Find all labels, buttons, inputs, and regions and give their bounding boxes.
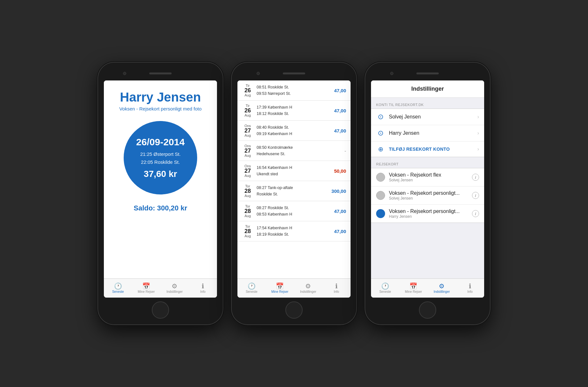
trip-amount-5: 300,00 xyxy=(330,188,346,194)
card-row-0[interactable]: Voksen - Rejsekort flex Solvej Jensen i xyxy=(371,168,484,186)
trip-amount-2: 47,00 xyxy=(330,128,346,133)
phone-3-home[interactable] xyxy=(419,301,436,319)
phone-1-content: Harry Jensen Voksen - Rejsekort personli… xyxy=(104,80,217,278)
card-info-btn-1[interactable]: i xyxy=(472,192,479,199)
trip-amount-6: 47,00 xyxy=(330,209,346,214)
phone-2-camera xyxy=(257,72,260,75)
trip-info-3: 08:50 Kontrolmærke Hedehusene St. xyxy=(257,144,327,157)
tab-label-info-3: Info xyxy=(467,290,473,293)
trip-date-4: Ons 27 Aug xyxy=(242,164,253,178)
card-row-2[interactable]: Voksen - Rejsekort personligt... Harry J… xyxy=(371,205,484,223)
trip-row-7[interactable]: Tor 28 Aug 17:54 København H18:19 Roskil… xyxy=(237,221,351,241)
trip-amount-0: 47,00 xyxy=(330,88,346,93)
phone-3-screen: Indstillinger KONTI TIL REJSEKORT.DK ⊙ S… xyxy=(371,80,484,298)
trip-info-2: 08:40 Roskilde St.09:19 København H xyxy=(257,124,327,137)
calendar-icon-3: 📅 xyxy=(409,283,417,289)
tab-label-seneste-3: Seneste xyxy=(379,290,391,293)
trip-row-0[interactable]: Tir 26 Aug 08:51 Roskilde St.09:53 Nørre… xyxy=(237,80,351,101)
card-dot-0 xyxy=(376,173,385,182)
info-icon-1: ℹ xyxy=(202,283,204,289)
section-header-konti: KONTI TIL REJSEKORT.DK xyxy=(371,98,484,109)
phone-3-camera xyxy=(390,72,393,75)
person-icon-solvej: ⊙ xyxy=(376,113,385,121)
phone-1: Harry Jensen Voksen - Rejsekort personli… xyxy=(98,63,223,324)
tab-bar-2: 🕐 Seneste 📅 Mine Rejser ⚙ Indstillinger … xyxy=(237,278,351,298)
section-header-rejsekort: REJSEKORT xyxy=(371,157,484,168)
tab-seneste-1[interactable]: 🕐 Seneste xyxy=(104,279,132,298)
trip-date-7: Tor 28 Aug xyxy=(242,224,253,238)
add-account-row[interactable]: ⊕ TILFØJ RESEKORT KONTO › xyxy=(371,141,484,157)
card-info-btn-0[interactable]: i xyxy=(472,174,479,181)
clock-icon-1: 🕐 xyxy=(114,283,122,289)
card-subtitle-1: Solvej Jensen xyxy=(389,196,468,201)
gear-icon-3: ⚙ xyxy=(439,283,445,289)
phone-1-top xyxy=(104,68,217,79)
phone-1-screen: Harry Jensen Voksen - Rejsekort personli… xyxy=(104,80,217,298)
card-info-btn-2[interactable]: i xyxy=(472,210,479,217)
card-row-1[interactable]: Voksen - Rejsekort personligt... Solvej … xyxy=(371,186,484,205)
user-name: Harry Jensen xyxy=(120,90,201,104)
tab-indstillinger-2[interactable]: ⚙ Indstillinger xyxy=(294,279,322,298)
add-account-label: TILFØJ RESEKORT KONTO xyxy=(389,147,474,152)
saldo: Saldo: 300,20 kr xyxy=(134,204,187,212)
tab-mine-rejser-3[interactable]: 📅 Mine Rejser xyxy=(399,279,428,298)
trip-info-7: 17:54 København H18:19 Roskilde St. xyxy=(257,225,327,238)
tab-indstillinger-3[interactable]: ⚙ Indstillinger xyxy=(428,279,456,298)
trip-route: 21:25 Østerport St. 22:05 Roskilde St. xyxy=(140,150,181,166)
gear-icon-2: ⚙ xyxy=(305,283,311,289)
card-title-2: Voksen - Rejsekort personligt... xyxy=(389,209,468,214)
tab-indstillinger-1[interactable]: ⚙ Indstillinger xyxy=(160,279,189,298)
tab-bar-3: 🕐 Seneste 📅 Mine Rejser ⚙ Indstillinger … xyxy=(371,278,484,298)
calendar-icon-1: 📅 xyxy=(142,283,150,289)
trip-row-4[interactable]: Ons 27 Aug 16:54 København H Ukendt sted… xyxy=(237,161,351,181)
account-harry[interactable]: ⊙ Harry Jensen › xyxy=(371,125,484,141)
trips-list: Tir 26 Aug 08:51 Roskilde St.09:53 Nørre… xyxy=(237,80,351,278)
tab-label-seneste-2: Seneste xyxy=(246,290,258,293)
tab-info-3[interactable]: ℹ Info xyxy=(456,279,484,298)
tab-label-indst-2: Indstillinger xyxy=(300,290,316,293)
tab-label-mine-3: Mine Rejser xyxy=(405,290,422,293)
chevron-solvej: › xyxy=(477,114,479,120)
tab-label-seneste-1: Seneste xyxy=(112,290,124,293)
phone-1-speaker xyxy=(149,72,172,74)
phone-1-home[interactable] xyxy=(152,301,169,319)
trip-info-0: 08:51 Roskilde St.09:53 Nørreport St. xyxy=(257,84,327,97)
tab-mine-rejser-2[interactable]: 📅 Mine Rejser xyxy=(266,279,294,298)
account-solvej[interactable]: ⊙ Solvej Jensen › xyxy=(371,109,484,125)
trip-date-2: Ons 27 Aug xyxy=(242,124,253,137)
trip-row-2[interactable]: Ons 27 Aug 08:40 Roskilde St.09:19 Køben… xyxy=(237,121,351,141)
card-subtitle-2: Harry Jensen xyxy=(389,214,468,219)
phone-2-home[interactable] xyxy=(285,301,303,319)
phone-3-speaker xyxy=(416,72,439,74)
tab-bar-1: 🕐 Seneste 📅 Mine Rejser ⚙ Indstillinger … xyxy=(104,278,217,298)
trip-date-6: Tor 28 Aug xyxy=(242,204,253,218)
tab-label-info-2: Info xyxy=(334,290,339,293)
tab-label-indst-3: Indstillinger xyxy=(434,290,450,293)
tab-info-2[interactable]: ℹ Info xyxy=(322,279,351,298)
trip-row-3[interactable]: Ons 27 Aug 08:50 Kontrolmærke Hedehusene… xyxy=(237,141,351,161)
trip-info-1: 17:39 København H18:12 Roskilde St. xyxy=(257,104,327,117)
calendar-icon-2: 📅 xyxy=(276,283,284,289)
tab-label-mine-2: Mine Rejser xyxy=(271,290,288,293)
chevron-add: › xyxy=(477,146,479,152)
trip-info-5: 08:27 Tank-op-aftale Roskilde St. xyxy=(257,185,327,197)
trip-amount-1: 47,00 xyxy=(330,108,346,113)
trip-row-1[interactable]: Tir 26 Aug 17:39 København H18:12 Roskil… xyxy=(237,101,351,121)
tab-info-1[interactable]: ℹ Info xyxy=(189,279,217,298)
phone-3-top xyxy=(371,68,484,79)
plus-icon: ⊕ xyxy=(376,145,385,153)
clock-icon-2: 🕐 xyxy=(248,283,256,289)
tab-seneste-3[interactable]: 🕐 Seneste xyxy=(371,279,399,298)
phone-3: Indstillinger KONTI TIL REJSEKORT.DK ⊙ S… xyxy=(365,63,490,324)
harry-name: Harry Jensen xyxy=(389,130,474,136)
clock-icon-3: 🕐 xyxy=(381,283,389,289)
card-title-0: Voksen - Rejsekort flex xyxy=(389,172,468,178)
phone-2: Tir 26 Aug 08:51 Roskilde St.09:53 Nørre… xyxy=(232,63,356,324)
tab-label-mine-1: Mine Rejser xyxy=(138,290,155,293)
tab-seneste-2[interactable]: 🕐 Seneste xyxy=(237,279,266,298)
trip-row-6[interactable]: Tor 28 Aug 08:27 Roskilde St.08:53 Køben… xyxy=(237,201,351,221)
accounts-group: ⊙ Solvej Jensen › ⊙ Harry Jensen › ⊕ xyxy=(371,109,484,157)
tab-mine-rejser-1[interactable]: 📅 Mine Rejser xyxy=(132,279,161,298)
info-icon-3: ℹ xyxy=(469,283,471,289)
trip-row-5[interactable]: Tor 28 Aug 08:27 Tank-op-aftale Roskilde… xyxy=(237,181,351,201)
